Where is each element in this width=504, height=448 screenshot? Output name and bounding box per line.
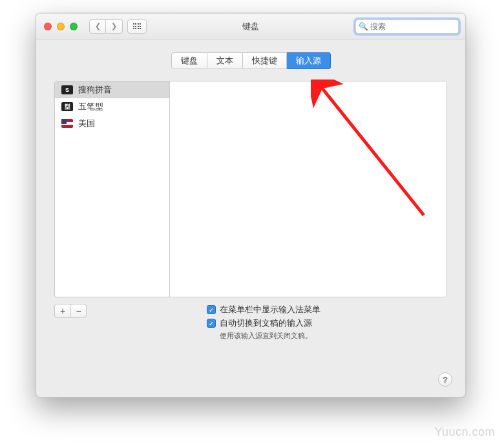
keyboard-preview-area: [170, 81, 446, 297]
titlebar: ❮ ❯ 键盘 🔍 ✕: [36, 14, 465, 39]
back-button[interactable]: ❮: [89, 19, 106, 34]
content-area: 键盘 文本 快捷键 输入源 S 搜狗拼音 型 五笔型 美国: [36, 39, 465, 351]
list-item[interactable]: 型 五笔型: [55, 98, 169, 115]
chevron-left-icon: ❮: [95, 22, 101, 30]
input-sources-panel: S 搜狗拼音 型 五笔型 美国: [54, 81, 447, 297]
tab-bar: 键盘 文本 快捷键 输入源: [54, 52, 447, 69]
search-input[interactable]: [370, 22, 466, 31]
options-group: ✓ 在菜单栏中显示输入法菜单 ✓ 自动切换到文稿的输入源 使用该输入源直到关闭文…: [207, 304, 320, 341]
remove-source-button[interactable]: −: [70, 304, 86, 317]
search-field-wrap[interactable]: 🔍 ✕: [355, 19, 459, 34]
tab-keyboard[interactable]: 键盘: [171, 52, 207, 69]
checkbox-checked-icon[interactable]: ✓: [207, 319, 216, 328]
checkbox-row[interactable]: ✓ 自动切换到文稿的输入源: [207, 317, 320, 329]
traffic-lights: [44, 23, 78, 30]
list-item[interactable]: S 搜狗拼音: [55, 81, 169, 98]
search-icon: 🔍: [359, 22, 368, 31]
forward-button[interactable]: ❯: [106, 19, 123, 34]
us-flag-icon: [61, 119, 73, 128]
sougou-icon: S: [61, 85, 73, 94]
checkbox-row[interactable]: ✓ 在菜单栏中显示输入法菜单: [207, 304, 320, 315]
nav-buttons: ❮ ❯: [89, 19, 123, 34]
input-source-label: 五笔型: [78, 101, 103, 112]
add-source-button[interactable]: +: [55, 304, 70, 317]
tab-input-sources[interactable]: 输入源: [287, 52, 331, 69]
preferences-window: ❮ ❯ 键盘 🔍 ✕ 键盘 文本 快捷键 输入源: [36, 13, 466, 398]
minimize-icon[interactable]: [57, 23, 65, 30]
watermark: Yuucn.com: [434, 425, 495, 439]
grid-icon: [133, 23, 142, 29]
checkbox-label: 在菜单栏中显示输入法菜单: [220, 304, 320, 315]
list-item[interactable]: 美国: [55, 115, 169, 132]
input-source-label: 搜狗拼音: [78, 84, 112, 96]
input-source-list[interactable]: S 搜狗拼音 型 五笔型 美国: [55, 81, 170, 297]
wubi-icon: 型: [61, 102, 73, 111]
add-remove-group: + −: [54, 304, 87, 318]
input-source-label: 美国: [78, 118, 95, 129]
zoom-icon[interactable]: [70, 23, 78, 30]
close-icon[interactable]: [44, 23, 52, 30]
chevron-right-icon: ❯: [111, 22, 117, 30]
checkbox-checked-icon[interactable]: ✓: [207, 305, 216, 314]
checkbox-label: 自动切换到文稿的输入源: [220, 317, 312, 329]
bottom-controls: + − ✓ 在菜单栏中显示输入法菜单 ✓ 自动切换到文稿的输入源 使用该输入源直…: [54, 304, 447, 341]
help-button[interactable]: ?: [438, 372, 452, 387]
option-hint: 使用该输入源直到关闭文稿。: [220, 331, 320, 341]
tab-shortcuts[interactable]: 快捷键: [243, 52, 287, 69]
tab-text[interactable]: 文本: [207, 52, 243, 69]
show-all-button[interactable]: [127, 19, 147, 34]
